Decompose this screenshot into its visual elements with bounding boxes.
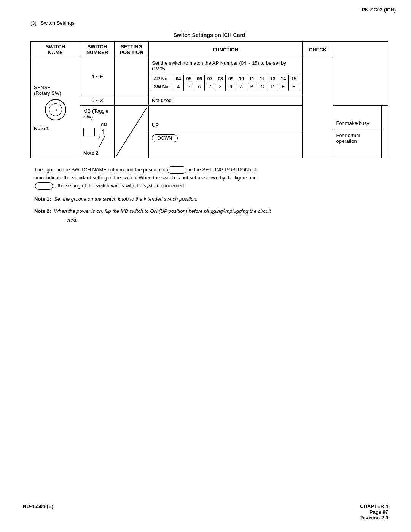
rotary-sw-diagram: → xyxy=(34,96,77,123)
mb-up-function: For make-busy xyxy=(333,117,381,129)
ap-sw-inner-table: AP No. 04 05 06 07 08 09 10 11 12 13 xyxy=(152,75,299,91)
ap-val-04: 04 xyxy=(173,75,184,83)
footer-right: CHAPTER 4 Page 97 Revision 2.0 xyxy=(359,503,388,521)
inline-box-1 xyxy=(167,166,186,174)
footer-center: ND-45504 (E) xyxy=(23,503,53,521)
sw-val-9: 9 xyxy=(226,83,236,91)
sw-val-F: F xyxy=(288,83,299,91)
slash-svg xyxy=(115,106,148,158)
sw-val-7: 7 xyxy=(205,83,215,91)
page-content: (3) Switch Settings Switch Settings on I… xyxy=(0,13,411,224)
note1-label: Note 1 xyxy=(34,126,77,131)
mb-function-cell: For make-busy For normal operation xyxy=(333,106,382,158)
note2-line: Note 2: When the power is on, flip the M… xyxy=(34,207,384,224)
section-title: (3) Switch Settings xyxy=(30,20,388,26)
mb-switch-number-cell xyxy=(115,106,149,158)
table-row-sense: SENSE (Rotary SW) → Note 1 4 ~ F Set the… xyxy=(31,58,388,95)
mb-check-cell xyxy=(381,106,388,158)
sw-val-4: 4 xyxy=(173,83,184,91)
sw-val-E: E xyxy=(278,83,289,91)
ap-val-06: 06 xyxy=(194,75,205,83)
sw-val-5: 5 xyxy=(184,83,194,91)
footer-chapter: CHAPTER 4 xyxy=(359,503,388,509)
svg-line-0 xyxy=(99,136,105,147)
note2-text: When the power is on, flip the MB switch… xyxy=(54,207,271,224)
ap-val-10: 10 xyxy=(236,75,247,83)
description-text: The figure in the SWITCH NAME column and… xyxy=(34,166,384,190)
inline-box-2 xyxy=(35,182,53,190)
sense-switch-number: 4 ~ F xyxy=(80,58,115,95)
sw-val-A: A xyxy=(236,83,247,91)
col-header-setting-position: SETTINGPOSITION xyxy=(115,42,149,58)
page-header: PN-SC03 (ICH) xyxy=(0,0,411,13)
ap-number-row: AP No. 04 05 06 07 08 09 10 11 12 13 xyxy=(152,75,299,83)
sw-val-6: 6 xyxy=(194,83,205,91)
mb-label: MB (Toggle SW) xyxy=(83,108,111,120)
col-header-check: CHECK xyxy=(303,42,333,58)
down-button: DOWN xyxy=(152,134,178,142)
sw-val-D: D xyxy=(268,83,278,91)
sense-check-cell xyxy=(303,58,333,158)
col-header-switch-number: SWITCHNUMBER xyxy=(80,42,115,58)
table-row-mb: MB (Toggle SW) ON ↑ xyxy=(31,106,388,158)
ap-val-15: 15 xyxy=(288,75,299,83)
note1-line: Note 1: Set the groove on the switch kno… xyxy=(34,195,384,203)
mb-setting-position-cell: UP DOWN xyxy=(149,106,303,158)
ap-val-05: 05 xyxy=(184,75,194,83)
sense-label: SENSE xyxy=(34,85,77,90)
sense-function: Set the switch to match the AP Number (0… xyxy=(149,58,303,95)
rotary-inner: → xyxy=(49,103,62,116)
ap-label: AP No. xyxy=(152,75,173,83)
sw-val-B: B xyxy=(247,83,257,91)
ap-val-13: 13 xyxy=(268,75,278,83)
note1-label-text: Note 1: xyxy=(34,195,51,203)
sense-setting-position xyxy=(115,58,149,95)
ap-val-12: 12 xyxy=(257,75,268,83)
col-header-function: FUNCTION xyxy=(149,42,303,58)
ap-val-09: 09 xyxy=(226,75,236,83)
toggle-rect xyxy=(83,128,95,136)
note1-text: Set the groove on the switch knob to the… xyxy=(54,195,198,203)
toggle-lever: ON ↑ xyxy=(97,123,107,149)
up-arrow-icon: ↑ xyxy=(101,127,105,136)
rotary-circle: → xyxy=(45,99,66,120)
sw-val-8: 8 xyxy=(215,83,226,91)
svg-line-1 xyxy=(99,136,100,139)
note-section: Note 1: Set the groove on the switch kno… xyxy=(30,195,388,224)
mb-down-setting: DOWN xyxy=(149,131,302,145)
col-header-switch-name: SWITCHNAME xyxy=(31,42,80,58)
table-row-not-used: 0 ~ 3 Not used xyxy=(31,95,388,106)
ap-val-08: 08 xyxy=(215,75,226,83)
toggle-slash-svg xyxy=(97,136,107,149)
ap-val-07: 07 xyxy=(205,75,215,83)
description-block: The figure in the SWITCH NAME column and… xyxy=(30,166,388,190)
page-footer: ND-45504 (E) CHAPTER 4 Page 97 Revision … xyxy=(0,503,411,521)
not-used-setting xyxy=(115,95,149,106)
mb-switch-name-cell: MB (Toggle SW) ON ↑ xyxy=(80,106,115,158)
note2-label: Note 2 xyxy=(83,150,111,156)
sense-sublabel: (Rotary SW) xyxy=(34,90,77,96)
ap-val-11: 11 xyxy=(247,75,257,83)
note2-label-text: Note 2: xyxy=(34,207,51,224)
ap-val-14: 14 xyxy=(278,75,289,83)
toggle-sw-diagram: ON ↑ xyxy=(83,123,111,149)
sense-switch-name-cell: SENSE (Rotary SW) → Note 1 xyxy=(31,58,80,158)
not-used-function: Not used xyxy=(149,95,303,106)
mb-down-function: For normal operation xyxy=(333,129,381,147)
svg-line-2 xyxy=(116,108,147,156)
header-title: PN-SC03 (ICH) xyxy=(362,7,396,13)
footer-page: Page 97 xyxy=(359,509,388,515)
switch-settings-table: SWITCHNAME SWITCHNUMBER SETTINGPOSITION … xyxy=(30,41,388,158)
sw-label: SW No. xyxy=(152,83,173,91)
table-title: Switch Settings on ICH Card xyxy=(30,32,388,38)
sw-val-C: C xyxy=(257,83,268,91)
footer-revision: Revision 2.0 xyxy=(359,515,388,521)
sw-number-row: SW No. 4 5 6 7 8 9 A B C D xyxy=(152,83,299,91)
not-used-range: 0 ~ 3 xyxy=(80,95,115,106)
mb-up-setting: UP xyxy=(149,119,302,131)
